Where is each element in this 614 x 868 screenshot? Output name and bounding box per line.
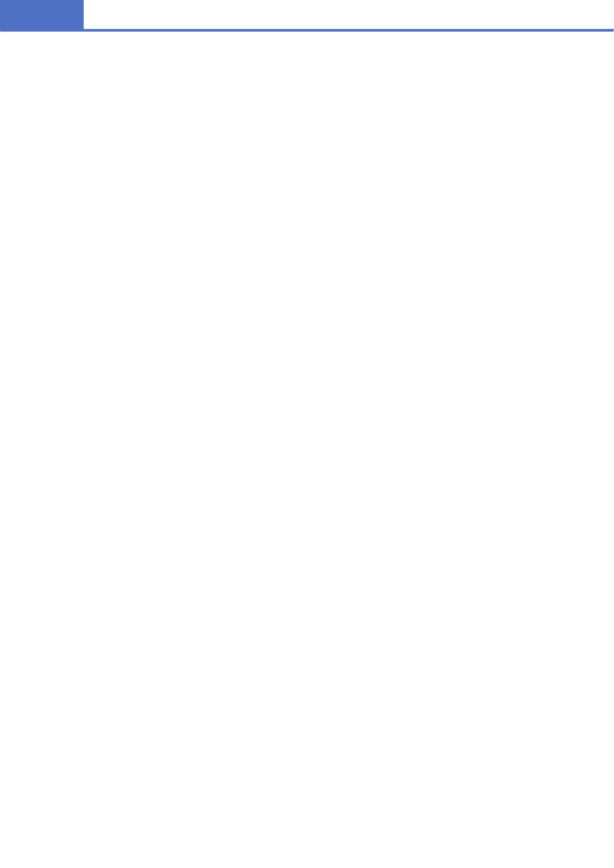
header-rule	[0, 29, 614, 32]
header-tab	[0, 0, 84, 29]
